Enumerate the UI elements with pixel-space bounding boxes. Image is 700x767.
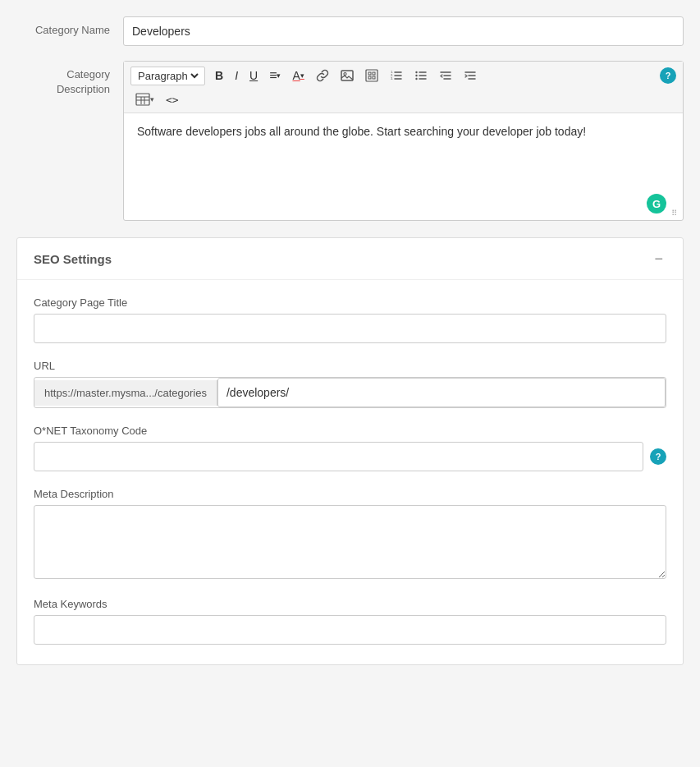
table-button[interactable]: ▾: [130, 90, 159, 109]
seo-category-page-title-label: Category Page Title: [34, 296, 666, 309]
grammarly-icon: G: [647, 194, 666, 214]
image-button[interactable]: [336, 66, 359, 85]
code-button[interactable]: <>: [161, 90, 184, 109]
svg-rect-4: [373, 72, 375, 75]
svg-text:3.: 3.: [391, 76, 393, 80]
seo-url-row: https://master.mysma.../categories: [34, 377, 666, 408]
paragraph-select-wrap[interactable]: Paragraph Heading 1 Heading 2 Heading 3: [130, 67, 205, 85]
svg-rect-13: [136, 94, 149, 105]
seo-onet-input[interactable]: [34, 442, 643, 471]
seo-url-field: URL https://master.mysma.../categories: [34, 360, 666, 408]
page-container: Category Name Category Description Parag…: [0, 0, 700, 682]
seo-onet-field: O*NET Taxonomy Code ?: [34, 425, 666, 471]
seo-settings-body: Category Page Title URL https://master.m…: [17, 280, 683, 664]
seo-settings-section: SEO Settings − Category Page Title URL h…: [16, 237, 684, 665]
svg-rect-3: [368, 72, 371, 75]
svg-rect-6: [373, 76, 375, 79]
svg-rect-2: [366, 70, 377, 81]
ul-button[interactable]: [409, 66, 432, 85]
italic-button[interactable]: I: [230, 66, 243, 85]
bold-button[interactable]: B: [210, 66, 228, 85]
seo-settings-header: SEO Settings −: [17, 238, 683, 280]
category-name-field: [123, 16, 684, 46]
editor-help-icon[interactable]: ?: [660, 67, 676, 84]
seo-meta-description-input[interactable]: [34, 505, 666, 579]
seo-url-prefix: https://master.mysma.../categories: [34, 380, 217, 406]
onet-help-icon[interactable]: ?: [650, 448, 666, 465]
svg-point-11: [415, 75, 417, 76]
outdent-button[interactable]: [434, 66, 457, 85]
rich-text-editor: Paragraph Heading 1 Heading 2 Heading 3 …: [123, 61, 684, 221]
align-button[interactable]: ≡▾: [264, 65, 286, 86]
toolbar-row-1: Paragraph Heading 1 Heading 2 Heading 3 …: [130, 65, 676, 86]
category-description-label: Category Description: [16, 61, 123, 97]
seo-settings-title: SEO Settings: [34, 252, 112, 266]
seo-category-page-title-input[interactable]: [34, 314, 666, 343]
seo-collapse-button[interactable]: −: [651, 251, 666, 266]
svg-rect-5: [368, 76, 371, 79]
ol-button[interactable]: 1. 2. 3.: [385, 66, 408, 85]
toolbar-row-2: ▾ <>: [130, 90, 676, 109]
category-name-row: Category Name: [16, 16, 684, 46]
category-description-row: Category Description Paragraph Heading 1…: [16, 61, 684, 221]
seo-url-label: URL: [34, 360, 666, 372]
media-button[interactable]: [360, 66, 383, 85]
seo-meta-description-field: Meta Description: [34, 488, 666, 581]
underline-button[interactable]: U: [245, 66, 263, 85]
link-button[interactable]: [311, 66, 334, 85]
svg-point-12: [415, 78, 417, 80]
svg-point-1: [344, 73, 346, 76]
color-button[interactable]: A▾: [287, 66, 309, 85]
svg-point-10: [415, 71, 417, 73]
seo-category-page-title-field: Category Page Title: [34, 296, 666, 343]
seo-url-suffix-input[interactable]: [217, 378, 666, 407]
svg-rect-0: [341, 71, 353, 80]
editor-resize-handle[interactable]: ⠿: [671, 209, 681, 218]
editor-content[interactable]: Software developers jobs all around the …: [124, 113, 683, 220]
category-name-label: Category Name: [16, 16, 123, 38]
seo-meta-keywords-input[interactable]: [34, 615, 666, 645]
editor-toolbar: Paragraph Heading 1 Heading 2 Heading 3 …: [124, 62, 683, 113]
category-description-field: Paragraph Heading 1 Heading 2 Heading 3 …: [123, 61, 684, 221]
category-name-input[interactable]: [123, 16, 684, 46]
seo-onet-input-row: ?: [34, 442, 666, 471]
paragraph-select[interactable]: Paragraph Heading 1 Heading 2 Heading 3: [135, 69, 201, 83]
seo-meta-keywords-label: Meta Keywords: [34, 598, 666, 610]
indent-button[interactable]: [459, 66, 482, 85]
seo-onet-label: O*NET Taxonomy Code: [34, 425, 666, 437]
seo-meta-description-label: Meta Description: [34, 488, 666, 500]
seo-meta-keywords-field: Meta Keywords: [34, 598, 666, 645]
